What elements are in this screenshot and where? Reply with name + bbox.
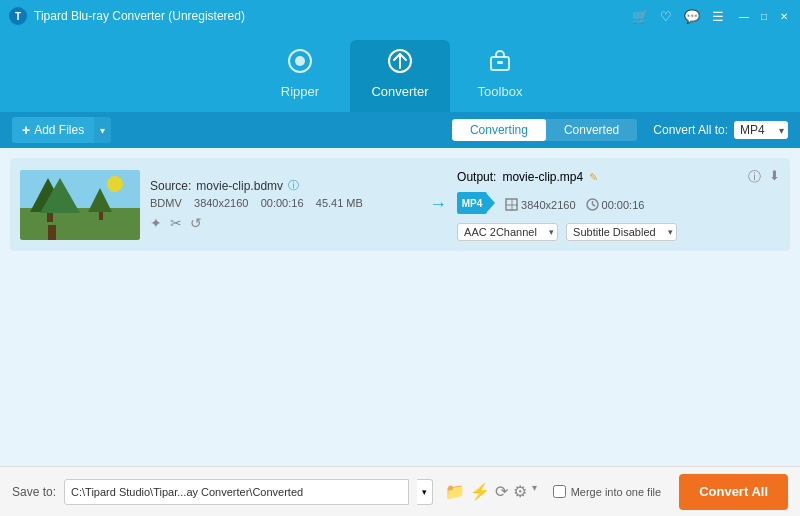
tab-converted[interactable]: Converted bbox=[546, 119, 637, 141]
convert-all-button[interactable]: Convert All bbox=[679, 474, 788, 510]
svg-line-22 bbox=[592, 205, 595, 207]
convert-arrow: → bbox=[429, 194, 447, 215]
toolbox-icon bbox=[487, 48, 513, 80]
file-info-left: Source: movie-clip.bdmv ⓘ BDMV 3840x2160… bbox=[150, 178, 419, 231]
toolbox-label: Toolbox bbox=[478, 84, 523, 99]
output-selects: AAC 2Channel AAC Stereo MP3 Subtitle Dis… bbox=[457, 223, 780, 241]
audio-select[interactable]: AAC 2Channel AAC Stereo MP3 bbox=[457, 223, 558, 241]
file-source-row: Source: movie-clip.bdmv ⓘ bbox=[150, 178, 419, 193]
nav-tab-ripper[interactable]: Ripper bbox=[250, 40, 350, 112]
file-meta: BDMV 3840x2160 00:00:16 45.41 MB bbox=[150, 197, 419, 209]
source-filename: movie-clip.bdmv bbox=[196, 179, 283, 193]
converter-label: Converter bbox=[371, 84, 428, 99]
file-format: BDMV bbox=[150, 197, 182, 209]
main-content: Source: movie-clip.bdmv ⓘ BDMV 3840x2160… bbox=[0, 148, 800, 466]
ripper-icon bbox=[287, 48, 313, 80]
folder-open-icon[interactable]: 📁 bbox=[445, 482, 465, 501]
loop-action-icon[interactable]: ↺ bbox=[190, 215, 202, 231]
svg-rect-8 bbox=[20, 208, 140, 240]
file-thumbnail bbox=[20, 170, 140, 240]
refresh-icon[interactable]: ⟳ bbox=[495, 482, 508, 501]
merge-label: Merge into one file bbox=[571, 486, 662, 498]
format-select-wrap: MP4 AVI MKV MOV bbox=[734, 121, 788, 139]
output-header-actions: ⓘ ⬇ bbox=[748, 168, 780, 186]
chevron-down-icon: ▾ bbox=[422, 487, 427, 497]
output-duration: 00:00:16 bbox=[586, 198, 645, 211]
svg-text:T: T bbox=[15, 11, 21, 22]
file-size: 45.41 MB bbox=[316, 197, 363, 209]
bottom-bar: Save to: ▾ 📁 ⚡ ⟳ ⚙ ▾ Merge into one file… bbox=[0, 466, 800, 516]
svg-rect-10 bbox=[47, 212, 53, 222]
cart-icon[interactable]: 🛒 bbox=[632, 9, 648, 24]
add-files-button[interactable]: + Add Files bbox=[12, 117, 94, 143]
heart-icon[interactable]: ♡ bbox=[660, 9, 672, 24]
app-logo: T bbox=[8, 6, 28, 26]
scissors-action-icon[interactable]: ✂ bbox=[170, 215, 182, 231]
format-select[interactable]: MP4 AVI MKV MOV bbox=[734, 121, 788, 139]
tab-converting[interactable]: Converting bbox=[452, 119, 546, 141]
plus-icon: + bbox=[22, 122, 30, 138]
toolbar: + Add Files ▾ Converting Converted Conve… bbox=[0, 112, 800, 148]
save-to-label: Save to: bbox=[12, 485, 56, 499]
svg-point-13 bbox=[107, 176, 123, 192]
file-resolution: 3840x2160 bbox=[194, 197, 248, 209]
save-path-dropdown[interactable]: ▾ bbox=[417, 479, 433, 505]
file-item: Source: movie-clip.bdmv ⓘ BDMV 3840x2160… bbox=[10, 158, 790, 251]
thumbnail-image bbox=[20, 170, 140, 240]
flash-icon[interactable]: ⚡ bbox=[470, 482, 490, 501]
source-label: Source: bbox=[150, 179, 191, 193]
nav-bar: Ripper Converter Toolbox bbox=[0, 32, 800, 112]
bottom-icons: 📁 ⚡ ⟳ ⚙ ▾ bbox=[445, 482, 537, 501]
subtitle-select-wrap: Subtitle Disabled Subtitle Track 1 bbox=[566, 223, 677, 241]
app-title: Tipard Blu-ray Converter (Unregistered) bbox=[34, 9, 632, 23]
svg-point-3 bbox=[295, 56, 305, 66]
svg-rect-12 bbox=[99, 212, 103, 220]
output-format-label: MP4 bbox=[457, 192, 495, 217]
nav-tab-toolbox[interactable]: Toolbox bbox=[450, 40, 550, 112]
close-button[interactable]: ✕ bbox=[776, 8, 792, 24]
title-bar: T Tipard Blu-ray Converter (Unregistered… bbox=[0, 0, 800, 32]
titlebar-icons: 🛒 ♡ 💬 ☰ bbox=[632, 9, 724, 24]
save-path-input[interactable] bbox=[64, 479, 409, 505]
nav-tab-converter[interactable]: Converter bbox=[350, 40, 450, 112]
svg-marker-16 bbox=[487, 194, 495, 212]
merge-checkbox[interactable] bbox=[553, 485, 566, 498]
maximize-button[interactable]: □ bbox=[756, 8, 772, 24]
svg-text:MP4: MP4 bbox=[462, 198, 483, 209]
ripper-label: Ripper bbox=[281, 84, 319, 99]
file-duration: 00:00:16 bbox=[261, 197, 304, 209]
output-label: Output: bbox=[457, 170, 496, 184]
settings-arrow-icon[interactable]: ▾ bbox=[532, 482, 537, 501]
output-info: Output: movie-clip.mp4 ✎ ⓘ ⬇ MP4 bbox=[457, 168, 780, 241]
window-controls: — □ ✕ bbox=[736, 8, 792, 24]
output-info-icon[interactable]: ⓘ bbox=[748, 168, 761, 186]
output-resolution: 3840x2160 bbox=[505, 198, 575, 211]
audio-select-wrap: AAC 2Channel AAC Stereo MP3 bbox=[457, 223, 558, 241]
converter-icon bbox=[387, 48, 413, 80]
merge-checkbox-wrap: Merge into one file bbox=[553, 485, 662, 498]
settings-icon[interactable]: ⚙ bbox=[513, 482, 527, 501]
svg-rect-6 bbox=[497, 61, 503, 64]
chat-icon[interactable]: 💬 bbox=[684, 9, 700, 24]
output-header: Output: movie-clip.mp4 ✎ ⓘ ⬇ bbox=[457, 168, 780, 186]
output-format-row: MP4 3840x2160 00:00:16 bbox=[457, 192, 780, 217]
settings-action-icon[interactable]: ✦ bbox=[150, 215, 162, 231]
edit-filename-icon[interactable]: ✎ bbox=[589, 171, 598, 184]
output-filename: movie-clip.mp4 bbox=[502, 170, 583, 184]
tab-switcher: Converting Converted bbox=[452, 119, 637, 141]
minimize-button[interactable]: — bbox=[736, 8, 752, 24]
menu-icon[interactable]: ☰ bbox=[712, 9, 724, 24]
source-info-icon[interactable]: ⓘ bbox=[288, 178, 299, 193]
file-actions: ✦ ✂ ↺ bbox=[150, 215, 419, 231]
output-download-icon[interactable]: ⬇ bbox=[769, 168, 780, 186]
add-files-dropdown-button[interactable]: ▾ bbox=[94, 117, 111, 143]
convert-all-to-label: Convert All to: MP4 AVI MKV MOV bbox=[653, 121, 788, 139]
subtitle-select[interactable]: Subtitle Disabled Subtitle Track 1 bbox=[566, 223, 677, 241]
